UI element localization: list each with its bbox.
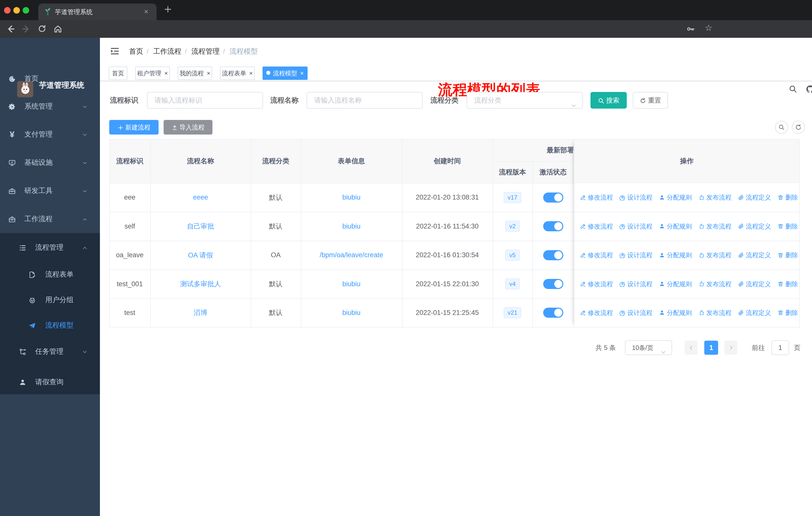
tag-close-icon[interactable]: × (249, 70, 253, 77)
action-assign-user-link[interactable]: 分配规则 (659, 280, 692, 288)
action-delete-link[interactable]: 删除 (778, 280, 798, 288)
action-edit-link[interactable]: 修改流程 (580, 251, 613, 259)
form-info-link[interactable]: biubiu (301, 212, 402, 241)
collapse-sidebar-icon[interactable] (110, 46, 120, 56)
action-delete-link[interactable]: 删除 (778, 251, 798, 259)
page-size-select[interactable]: 10条/页 (625, 341, 672, 355)
action-publish-link[interactable]: 发布流程 (698, 251, 731, 259)
total-count: 共 5 条 (596, 341, 616, 355)
sidebar-item-1[interactable]: 首页 (0, 66, 100, 91)
action-assign-user-link[interactable]: 分配规则 (659, 251, 692, 259)
action-design-link[interactable]: 设计流程 (619, 280, 652, 288)
action-assign-user-link[interactable]: 分配规则 (659, 193, 692, 201)
tag-4[interactable]: 流程表单× (220, 66, 255, 80)
next-page-button[interactable] (724, 341, 737, 355)
toggle-search-button[interactable] (775, 121, 788, 134)
action-publish-link[interactable]: 发布流程 (698, 222, 731, 230)
active-toggle[interactable] (543, 192, 563, 202)
process-key-input[interactable]: 请输入流程标识 (147, 92, 263, 109)
search-icon[interactable] (789, 85, 797, 93)
reload-icon[interactable] (38, 24, 46, 33)
process-name-link[interactable]: 滔博 (150, 298, 251, 327)
action-design-link[interactable]: 设计流程 (619, 309, 652, 317)
refresh-table-button[interactable] (792, 121, 805, 134)
action-delete-link[interactable]: 删除 (778, 193, 798, 201)
action-assign-user-link[interactable]: 分配规则 (659, 309, 692, 317)
category-select[interactable]: 流程分类 (467, 92, 583, 109)
breadcrumb-home[interactable]: 首页 (129, 47, 143, 55)
sidebar-item-12[interactable]: 请假查询 (0, 369, 100, 395)
active-toggle[interactable] (543, 308, 563, 318)
forward-icon[interactable] (22, 24, 31, 33)
prev-page-button[interactable] (685, 341, 697, 355)
tag-3[interactable]: 我的流程× (178, 66, 212, 80)
tag-close-icon[interactable]: × (207, 70, 210, 77)
tag-close-icon[interactable]: × (300, 70, 303, 77)
sidebar-item-9[interactable]: 用户分组 (0, 287, 100, 313)
active-toggle[interactable] (543, 250, 563, 260)
traffic-light-minimize[interactable] (13, 7, 20, 13)
tag-close-icon[interactable]: × (164, 70, 168, 77)
action-definition-link[interactable]: 流程定义 (738, 280, 771, 288)
action-publish-link[interactable]: 发布流程 (698, 280, 731, 288)
reset-button[interactable]: 重置 (633, 92, 668, 109)
github-icon[interactable] (806, 85, 812, 94)
form-info-link[interactable]: biubiu (301, 298, 402, 327)
new-tab-button[interactable] (164, 5, 172, 13)
search-button[interactable]: 搜索 (590, 92, 627, 109)
action-edit-link[interactable]: 修改流程 (580, 222, 613, 230)
tag-5[interactable]: 流程模型× (263, 66, 308, 80)
back-icon[interactable] (6, 24, 15, 33)
tag-1[interactable]: 首页 (109, 66, 127, 80)
sidebar-item-5[interactable]: 研发工具 (0, 178, 100, 203)
action-edit-link[interactable]: 修改流程 (580, 280, 613, 288)
process-name-link[interactable]: 测试多审批人 (150, 270, 251, 298)
current-page-button[interactable]: 1 (704, 341, 718, 355)
breadcrumb-process-mgmt[interactable]: 流程管理 (191, 47, 220, 55)
active-toggle[interactable] (543, 221, 563, 231)
create-process-button[interactable]: 新建流程 (109, 120, 158, 135)
process-name-link[interactable]: 自己审批 (150, 212, 251, 241)
key-icon[interactable] (686, 24, 695, 33)
process-name-link[interactable]: OA 请假 (150, 241, 251, 270)
process-name-link[interactable]: eeee (150, 183, 251, 212)
goto-page-input[interactable]: 1 (772, 341, 789, 355)
action-design-link[interactable]: 设计流程 (619, 251, 652, 259)
sidebar-item-2[interactable]: 系统管理 (0, 94, 100, 119)
tag-2[interactable]: 租户管理× (135, 66, 170, 80)
action-definition-link[interactable]: 流程定义 (738, 222, 771, 230)
browser-tab[interactable]: 芋道管理系统 × (38, 3, 156, 20)
process-name-input[interactable]: 请输入流程名称 (307, 92, 423, 109)
active-toggle[interactable] (543, 279, 563, 289)
sidebar-item-11[interactable]: 任务管理 (0, 339, 100, 364)
sidebar-item-8[interactable]: 流程表单 (0, 262, 100, 287)
action-publish-link[interactable]: 发布流程 (698, 193, 731, 201)
home-icon[interactable] (53, 24, 62, 33)
traffic-light-close[interactable] (4, 7, 10, 13)
action-design-link[interactable]: 设计流程 (619, 222, 652, 230)
action-definition-link[interactable]: 流程定义 (738, 309, 771, 317)
action-definition-link[interactable]: 流程定义 (738, 193, 771, 201)
breadcrumb-workflow[interactable]: 工作流程 (153, 47, 181, 55)
sidebar-item-10[interactable]: 流程模型 (0, 313, 100, 338)
action-delete-link[interactable]: 删除 (778, 309, 798, 317)
sidebar-item-7[interactable]: 流程管理 (0, 235, 100, 260)
action-delete-link[interactable]: 删除 (778, 222, 798, 230)
import-process-button[interactable]: 导入流程 (164, 120, 212, 135)
tab-close-icon[interactable]: × (144, 3, 148, 20)
action-assign-user-link[interactable]: 分配规则 (659, 222, 692, 230)
bookmark-star-icon[interactable]: ☆ (705, 23, 712, 33)
action-edit-link[interactable]: 修改流程 (580, 309, 613, 317)
action-publish-link[interactable]: 发布流程 (698, 309, 731, 317)
sidebar-item-6[interactable]: 工作流程 (0, 206, 100, 232)
action-design-link[interactable]: 设计流程 (619, 193, 652, 201)
sidebar-item-4[interactable]: 基础设施 (0, 150, 100, 175)
action-edit-link[interactable]: 修改流程 (580, 193, 613, 201)
traffic-light-zoom[interactable] (23, 7, 29, 13)
form-info-link[interactable]: biubiu (301, 270, 402, 298)
form-info-link[interactable]: biubiu (301, 183, 402, 212)
sidebar-item-3[interactable]: ¥支付管理 (0, 122, 100, 147)
chevron-left-icon (688, 345, 694, 351)
action-definition-link[interactable]: 流程定义 (738, 251, 771, 259)
form-info-link[interactable]: /bpm/oa/leave/create (301, 241, 402, 270)
